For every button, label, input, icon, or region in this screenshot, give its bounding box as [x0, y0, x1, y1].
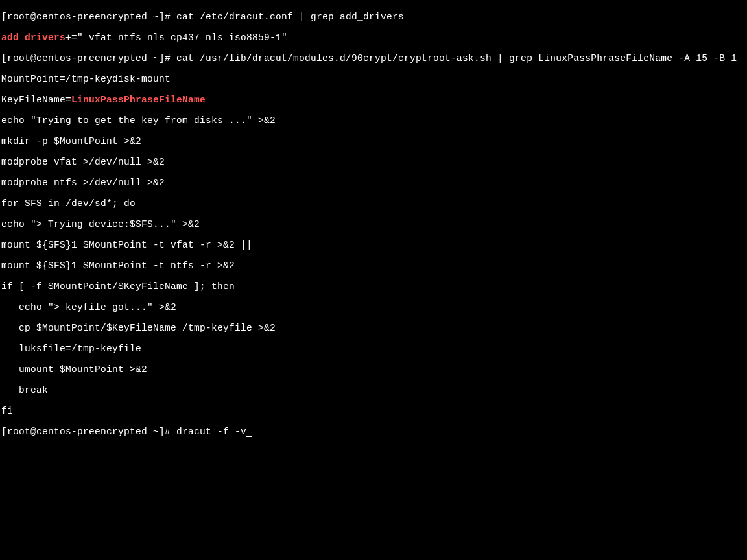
terminal-line: KeyFileName=LinuxPassPhraseFileName — [1, 95, 746, 105]
terminal-line: for SFS in /dev/sd*; do — [1, 198, 746, 209]
terminal-line: mount ${SFS}1 $MountPoint -t vfat -r >&2… — [1, 240, 746, 250]
terminal-prompt-active[interactable]: [root@centos-preencrypted ~]# dracut -f … — [1, 426, 746, 437]
terminal-line: echo "Trying to get the key from disks .… — [1, 115, 746, 126]
terminal-line: mkdir -p $MountPoint >&2 — [1, 136, 746, 146]
terminal-line: add_drivers+=" vfat ntfs nls_cp437 nls_i… — [1, 32, 746, 43]
terminal-text: KeyFileName= — [1, 95, 71, 105]
terminal-line: [root@centos-preencrypted ~]# cat /etc/d… — [1, 12, 746, 22]
terminal-text: [root@centos-preencrypted ~]# dracut -f … — [1, 426, 246, 437]
grep-match: LinuxPassPhraseFileName — [71, 95, 206, 105]
cursor-icon — [246, 436, 252, 437]
terminal-line: break — [1, 385, 746, 395]
terminal-line: cp $MountPoint/$KeyFileName /tmp-keyfile… — [1, 323, 746, 333]
terminal-line: echo "> keyfile got..." >&2 — [1, 302, 746, 312]
terminal-line: luksfile=/tmp-keyfile — [1, 344, 746, 354]
terminal-window[interactable]: [root@centos-preencrypted ~]# cat /etc/d… — [1, 1, 746, 447]
terminal-line: MountPoint=/tmp-keydisk-mount — [1, 74, 746, 84]
terminal-line: modprobe vfat >/dev/null >&2 — [1, 157, 746, 167]
terminal-line: modprobe ntfs >/dev/null >&2 — [1, 178, 746, 188]
terminal-line: umount $MountPoint >&2 — [1, 364, 746, 375]
terminal-line: mount ${SFS}1 $MountPoint -t ntfs -r >&2 — [1, 261, 746, 271]
terminal-text: +=" vfat ntfs nls_cp437 nls_iso8859-1" — [65, 32, 287, 43]
terminal-line: [root@centos-preencrypted ~]# cat /usr/l… — [1, 53, 746, 64]
terminal-line: echo "> Trying device:$SFS..." >&2 — [1, 219, 746, 229]
terminal-line: fi — [1, 406, 746, 416]
grep-match: add_drivers — [1, 32, 65, 43]
terminal-line: if [ -f $MountPoint/$KeyFileName ]; then — [1, 281, 746, 292]
